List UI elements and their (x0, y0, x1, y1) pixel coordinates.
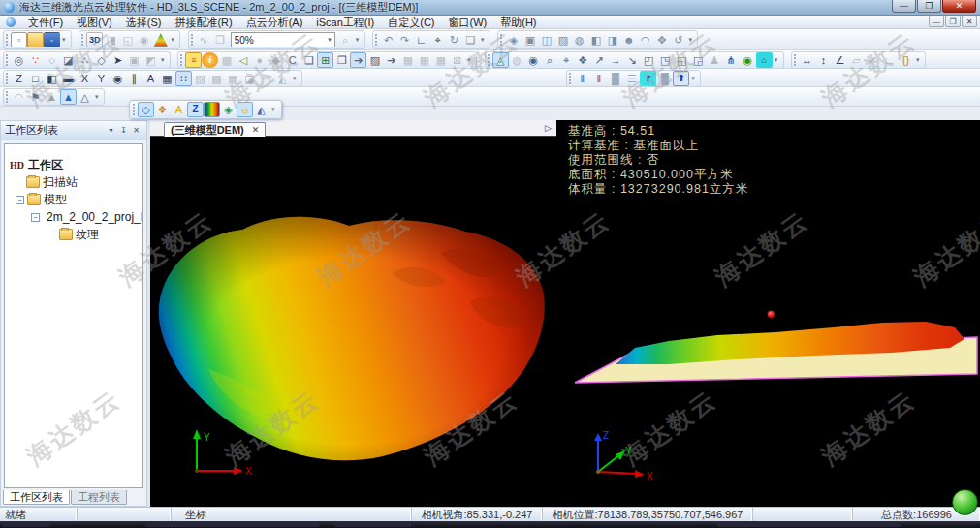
profile-columns-icon[interactable]: ‖ (574, 71, 590, 86)
link-points-icon[interactable]: ∴ (77, 52, 93, 68)
menu-item[interactable]: 选择(S) (119, 16, 169, 29)
toolbar-grip[interactable] (191, 34, 194, 46)
solid-block2-icon[interactable]: █ (656, 71, 673, 86)
z-filter-icon[interactable]: Z (11, 71, 27, 86)
tree-expander-icon[interactable]: − (31, 213, 40, 222)
register-icon[interactable]: ◈ (505, 32, 522, 47)
rect-select-icon[interactable]: ▣ (126, 52, 142, 68)
target-icon[interactable]: ◉ (740, 52, 756, 68)
angle-measure-icon[interactable]: ∠ (832, 52, 848, 68)
pan-icon[interactable]: ✥ (653, 32, 670, 47)
step-up-icon[interactable]: ↗ (591, 52, 608, 68)
viewport-volume-side[interactable]: 基准高 : 54.51计算基准 : 基准面以上使用范围线 : 否底面积 : 43… (562, 120, 980, 507)
z-color-icon[interactable]: Z (187, 102, 204, 117)
toolbar-grip[interactable] (133, 104, 136, 115)
pointer-icon[interactable]: ➤ (110, 52, 126, 68)
toolbar-grip[interactable] (6, 34, 9, 46)
tab-workspace-list[interactable]: 工作区列表 (3, 490, 70, 505)
close-icon[interactable]: ✕ (130, 124, 142, 137)
tree-item-scan-stations[interactable]: 扫描站 (5, 173, 142, 191)
taskbar-button[interactable] (334, 522, 412, 527)
chevron-down-icon[interactable]: ▾ (105, 124, 117, 137)
zoom-level-combobox[interactable]: 50% ▾ (231, 32, 335, 47)
toolbar-overflow-button[interactable]: ▾ (271, 106, 278, 113)
menu-item[interactable]: 自定义(C) (381, 16, 441, 29)
toolbar-grip[interactable] (794, 54, 797, 66)
toolbar-overflow-button[interactable]: ▾ (95, 93, 102, 101)
select-hatch-icon[interactable]: ▨ (366, 52, 383, 68)
toolbar-grip[interactable] (375, 34, 378, 46)
tab-dem-model[interactable]: (三维模型DEM) ✕ (164, 122, 266, 137)
area-measure-icon[interactable]: ▱ (848, 52, 865, 68)
grid-cross-icon[interactable]: ⊠ (449, 52, 465, 68)
dot-grid-icon[interactable]: ▩ (208, 71, 225, 86)
terrain-outline-icon[interactable]: △ (77, 89, 93, 105)
color-pick-icon[interactable]: ∵ (27, 52, 44, 68)
clip-plane-icon[interactable]: ◁ (235, 52, 251, 68)
snapshot-icon[interactable]: ◨ (103, 32, 119, 47)
triple-column-icon[interactable]: ☰ (623, 71, 640, 86)
distance-measure-icon[interactable]: ↔ (799, 52, 815, 68)
light-icon[interactable]: ☼ (237, 102, 253, 117)
zoom-window-icon[interactable]: ❒ (212, 32, 229, 47)
merge-view-icon[interactable]: ◨ (604, 32, 620, 47)
x-axis-icon[interactable]: X (77, 71, 93, 86)
minimize-button[interactable]: — (892, 0, 916, 13)
hatch-density-icon[interactable]: ▨ (192, 71, 208, 86)
gray-sphere-icon[interactable]: ● (251, 52, 268, 68)
globe-icon[interactable]: ◉ (525, 52, 542, 68)
layer-list-icon[interactable]: ≡ (185, 52, 202, 68)
binoculars-icon[interactable]: ◉ (136, 32, 152, 47)
blend-color-icon[interactable]: ❖ (154, 102, 171, 117)
tree-item-models[interactable]: − 模型 (5, 191, 142, 208)
wireframe-icon[interactable]: ◇ (138, 102, 154, 117)
check-measure-icon[interactable]: ✓ (865, 52, 881, 68)
lasso-icon[interactable]: ◌ (44, 52, 60, 68)
toolbar-overflow-button[interactable]: ▾ (161, 56, 168, 64)
toolbar-grip[interactable] (6, 91, 9, 103)
walk-mode-icon[interactable]: ♟ (707, 52, 723, 68)
copy-plus-icon[interactable]: C (284, 52, 300, 68)
toolbar-grip[interactable] (6, 54, 9, 66)
maximize-button[interactable]: ❐ (917, 0, 941, 13)
free-select-icon[interactable]: ∿ (196, 32, 212, 47)
toolbar-overflow-button[interactable]: ▾ (481, 36, 488, 44)
eraser-icon[interactable]: ◪ (60, 52, 77, 68)
plan-view-icon[interactable]: ◱ (119, 32, 136, 47)
dome-icon[interactable]: ◠ (637, 32, 653, 47)
menu-item[interactable]: 视图(V) (70, 16, 119, 29)
sphere-icon[interactable]: ◍ (571, 32, 587, 47)
grid-coarse-icon[interactable]: ▦ (432, 52, 449, 68)
height-measure-icon[interactable]: ↕ (815, 52, 832, 68)
taskbar-button[interactable] (717, 522, 901, 527)
zoom-percent-icon[interactable]: ⌕ (337, 32, 354, 47)
h-split-icon[interactable]: ⊣ (258, 71, 274, 86)
person-icon[interactable]: ☻ (620, 32, 637, 47)
terrain-blue-icon[interactable]: ▲ (60, 89, 77, 105)
flag-r-icon[interactable]: r (640, 71, 656, 86)
view-3d-icon[interactable]: 3D (86, 32, 103, 47)
toolbar-overflow-button[interactable]: ▾ (171, 36, 177, 44)
terrain-gray-icon[interactable]: ▲ (44, 89, 60, 105)
split-view-icon[interactable]: ◧ (587, 32, 604, 47)
corner-measure-icon[interactable]: ∟ (881, 52, 898, 68)
select-add-icon[interactable]: ⊞ (317, 52, 333, 68)
toolbar-overflow-button[interactable]: ▾ (293, 75, 300, 82)
step-turn-icon[interactable]: ↘ (624, 52, 641, 68)
open-folder-icon[interactable] (27, 32, 44, 47)
child-minimize-button[interactable]: — (929, 16, 944, 27)
menu-item[interactable]: iScan工程(I) (309, 16, 381, 29)
text-label-icon[interactable]: A (142, 71, 159, 86)
tree-item-dem-model[interactable]: − 2m_2_00_2_proj_DEM (5, 208, 142, 226)
select-rect-icon[interactable]: ❏ (300, 52, 317, 68)
compass-icon[interactable]: ◎ (11, 52, 27, 68)
windows-taskbar[interactable] (0, 521, 980, 528)
grid-dark-icon[interactable]: ▦ (159, 71, 175, 86)
title-bar[interactable]: 海达三维激光点云处理软件 - HD_3LS_SCENE - 2m_2_00_2_… (0, 0, 980, 16)
rotate-view-icon[interactable]: ↻ (446, 32, 462, 47)
grid-mid-icon[interactable]: ▦ (416, 52, 432, 68)
new-file-icon[interactable]: ≡ (11, 32, 27, 47)
terrain-flag-icon[interactable]: ⚑ (27, 89, 44, 105)
redo-icon[interactable]: ↷ (396, 32, 413, 47)
globe-off-icon[interactable]: ◍ (509, 52, 525, 68)
